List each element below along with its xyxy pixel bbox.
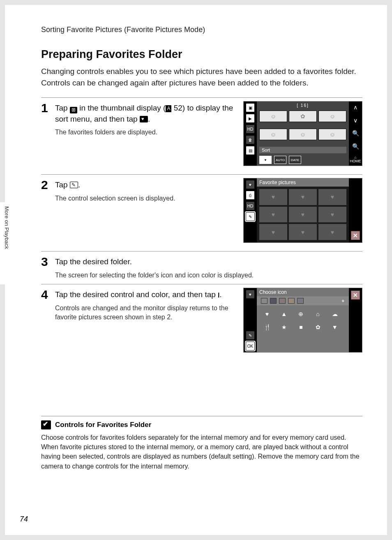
color-swatch[interactable] (297, 298, 304, 304)
icon-choice[interactable]: ▲ (279, 309, 288, 318)
page-ref: 52 (174, 104, 182, 112)
screenshot-sort-menu: ▣ ▶ HD 🗑 ▤ [ 16] ☺ ✿ ☺ ☺ ☺ ☺ Sort (243, 101, 362, 166)
step-title: Tap . (55, 180, 239, 191)
step-1: 1 Tap ⊞ in the thumbnail display (A 52) … (41, 101, 362, 166)
screenshot-favorite-pictures: ♥ ⎙ HD ✎ Favorite pictures ♥ ♥ ♥ ♥ ♥ ♥ ♥… (243, 178, 362, 243)
sort-label: Sort (259, 147, 346, 153)
divider (41, 284, 362, 284)
note-body: Choose controls for favorites folders se… (41, 433, 362, 471)
color-swatch[interactable] (270, 298, 277, 304)
step-number: 1 (41, 101, 55, 115)
thumbnail[interactable]: ☺ (318, 111, 346, 122)
folder-slot[interactable]: ♥ (259, 207, 287, 223)
menu-icon[interactable]: ▤ (246, 146, 255, 155)
playback-icon[interactable]: ▶ (246, 114, 255, 123)
camera-icon[interactable]: ▣ (246, 103, 255, 112)
down-arrow-icon[interactable]: ∨ (353, 117, 357, 124)
folder-slot[interactable]: ♥ (289, 189, 317, 205)
sort-favorite[interactable]: ♥ (259, 156, 272, 164)
close-icon[interactable]: ✕ (351, 291, 360, 300)
text: . (78, 180, 80, 189)
step-2: 2 Tap . The control selection screen is … (41, 178, 362, 243)
folder-slot[interactable]: ♥ (318, 189, 346, 205)
check-icon (41, 420, 51, 429)
hd-icon[interactable]: HD (246, 125, 255, 134)
print-icon[interactable]: ⎙ (246, 191, 255, 200)
color-row: ⋄ (257, 296, 349, 305)
color-swatch[interactable] (261, 298, 267, 304)
icon-choice[interactable]: ☁ (330, 309, 339, 318)
step-subtext: The screen for selecting the folder's ic… (55, 271, 358, 280)
grid-icon: ⊞ (70, 107, 77, 113)
edit-icon[interactable]: ✎ (246, 212, 255, 221)
edit-icon (70, 182, 78, 188)
note-title: Controls for Favorites Folder (55, 421, 151, 429)
folder-slot[interactable]: ♥ (289, 207, 317, 223)
text: Tap (55, 180, 70, 189)
sort-date[interactable]: DATE (289, 156, 301, 164)
ok-icon[interactable]: OK (246, 342, 255, 351)
breadcrumb: Sorting Favorite Pictures (Favorite Pict… (41, 25, 362, 34)
image-counter: [ 16] (297, 103, 309, 108)
step-number: 3 (41, 255, 55, 268)
text: . (220, 290, 222, 299)
icon-choice[interactable]: ♥ (263, 309, 272, 318)
thumbnail[interactable]: ☺ (259, 111, 287, 122)
divider (41, 174, 362, 175)
icon-choice[interactable]: ★ (279, 323, 288, 332)
edit-icon[interactable]: ✎ (246, 331, 255, 340)
step-subtext: The favorites folders are displayed. (55, 128, 239, 137)
thumbnail[interactable]: ☺ (259, 129, 287, 140)
home-icon[interactable]: ⌂HOME (350, 156, 361, 163)
divider (41, 97, 362, 98)
step-number: 2 (41, 178, 55, 192)
step-3: 3 Tap the desired folder. The screen for… (41, 255, 362, 280)
icon-choice[interactable]: 🍴 (263, 323, 272, 332)
up-arrow-icon[interactable]: ∧ (353, 104, 357, 111)
page-heading: Preparing Favorites Folder (41, 48, 362, 61)
color-swatch[interactable] (279, 298, 286, 304)
folder-slot[interactable]: ♥ (259, 189, 287, 205)
folder-slot[interactable]: ♥ (318, 207, 346, 223)
page-number: 74 (20, 515, 28, 524)
panel-header: Favorite pictures (257, 178, 349, 187)
folder-slot[interactable]: ♥ (289, 224, 317, 240)
step-title: Tap ⊞ in the thumbnail display (A 52) to… (55, 103, 239, 125)
favorite-icon[interactable]: ♥ (246, 290, 255, 299)
step-title: Tap the desired folder. (55, 256, 358, 268)
text: Tap (55, 104, 70, 112)
intro-text: Changing controls enables you to see whi… (41, 66, 362, 88)
step-4: 4 Tap the desired control and color, and… (41, 288, 362, 353)
divider (41, 251, 362, 252)
zoom-in-icon[interactable]: 🔍 (352, 130, 359, 136)
panel-header: Choose icon (257, 288, 349, 296)
icon-choice[interactable]: ⌂ (314, 309, 323, 318)
icon-choice[interactable]: ✿ (314, 323, 323, 332)
step-title: Tap the desired control and color, and t… (55, 289, 239, 300)
folder-slot[interactable]: ♥ (259, 224, 287, 240)
text: in the thumbnail display ( (77, 104, 166, 112)
text: Tap the desired control and color, and t… (55, 290, 218, 299)
favorite-icon[interactable]: ♥ (246, 180, 255, 189)
icon-choice[interactable]: ▼ (330, 323, 339, 332)
sort-auto[interactable]: AUTO (274, 156, 286, 164)
page-ref-icon: A (166, 105, 171, 112)
folder-slot[interactable]: ♥ (318, 224, 346, 240)
color-swatch[interactable] (288, 298, 295, 304)
text: . (148, 115, 150, 123)
note-divider (41, 416, 362, 416)
screenshot-choose-icon: ♥ ✎ OK Choose icon ⋄ ♥ ▲ (243, 288, 362, 353)
thumbnail[interactable]: ☺ (289, 129, 317, 140)
close-icon[interactable]: ✕ (351, 231, 360, 240)
icon-choice[interactable]: ■ (296, 323, 305, 332)
icon-choice[interactable]: ⊕ (296, 309, 305, 318)
expand-icon[interactable]: ⋄ (341, 298, 345, 304)
thumbnail[interactable]: ☺ (318, 129, 346, 140)
zoom-out-icon[interactable]: 🔍 (352, 143, 359, 150)
trash-icon[interactable]: 🗑 (246, 135, 255, 144)
thumbnail[interactable]: ✿ (289, 111, 317, 122)
hd-icon[interactable]: HD (246, 201, 255, 210)
step-subtext: Controls are changed and the monitor dis… (55, 304, 239, 322)
favorite-icon (140, 116, 148, 122)
side-tab: More on Playback (0, 202, 10, 284)
